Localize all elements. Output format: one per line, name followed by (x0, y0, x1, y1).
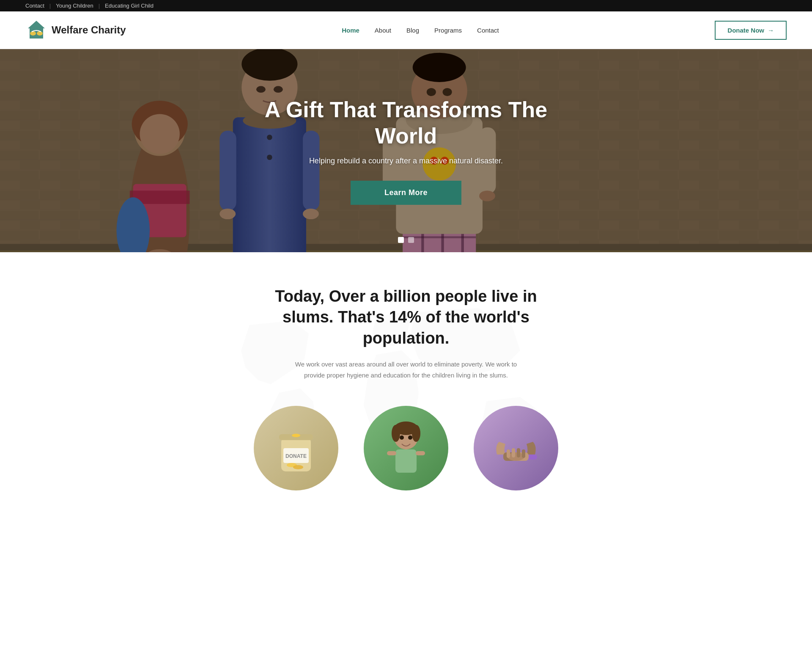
svg-point-58 (292, 434, 300, 437)
topbar-contact-link[interactable]: Contact (25, 3, 44, 9)
card-circle-donate: DONATE (254, 406, 338, 490)
svg-point-65 (400, 435, 404, 440)
cards-row: DONATE (25, 406, 787, 490)
info-title: Today, Over a billion people live in slu… (258, 286, 554, 349)
topbar-sep2: | (99, 3, 100, 9)
card-circle-child (364, 406, 448, 490)
hero-subtitle: Helping rebuild a country after a massiv… (309, 157, 503, 165)
site-header: Welfare Charity Home About Blog Programs… (0, 11, 812, 49)
card-hands (474, 406, 558, 490)
child-icon (381, 421, 431, 476)
topbar-young-children-link[interactable]: Young Children (56, 3, 93, 9)
nav-blog[interactable]: Blog (406, 27, 419, 34)
svg-rect-75 (512, 448, 515, 457)
donate-btn-arrow: → (768, 27, 774, 34)
card-circle-hands (474, 406, 558, 490)
svg-point-1 (30, 31, 36, 36)
learn-more-button[interactable]: Learn More (351, 181, 461, 205)
card-child (364, 406, 448, 490)
hero-content: A Gift That Transforms The World Helping… (0, 49, 812, 252)
svg-rect-74 (507, 449, 510, 458)
nav-contact[interactable]: Contact (477, 27, 499, 34)
svg-point-60 (293, 465, 303, 469)
hero-section: A Gift That Transforms The World Helping… (0, 49, 812, 252)
logo-text: Welfare Charity (52, 24, 126, 36)
donate-btn-label: Donate Now (727, 27, 764, 34)
donate-jar-icon: DONATE (271, 421, 321, 476)
svg-rect-76 (517, 448, 520, 457)
nav-home[interactable]: Home (342, 27, 359, 34)
hero-title: A Gift That Transforms The World (258, 96, 554, 149)
svg-point-64 (412, 425, 420, 442)
hero-dot-2[interactable] (408, 237, 414, 243)
helping-hands-icon (491, 421, 541, 476)
svg-rect-68 (387, 451, 396, 455)
hero-dot-1[interactable] (398, 237, 404, 243)
logo-area[interactable]: Welfare Charity (25, 19, 126, 41)
topbar-educating-link[interactable]: Educating Girl Child (105, 3, 154, 9)
svg-rect-69 (416, 451, 425, 455)
card-donate: DONATE (254, 406, 338, 490)
svg-text:DONATE: DONATE (285, 453, 307, 459)
svg-point-66 (408, 435, 412, 440)
main-nav: Home About Blog Programs Contact (342, 27, 499, 34)
svg-rect-67 (395, 449, 417, 473)
svg-point-63 (392, 425, 400, 442)
donate-now-button[interactable]: Donate Now → (715, 21, 787, 40)
svg-point-2 (37, 31, 43, 36)
top-bar: Contact | Young Children | Educating Gir… (0, 0, 812, 11)
svg-rect-77 (522, 449, 525, 458)
nav-programs[interactable]: Programs (434, 27, 462, 34)
info-section: Today, Over a billion people live in slu… (0, 252, 812, 516)
topbar-sep1: | (49, 3, 51, 9)
hero-dots (398, 237, 414, 243)
svg-marker-0 (28, 21, 45, 39)
info-subtitle: We work over vast areas around all over … (288, 359, 524, 380)
logo-icon (25, 19, 47, 41)
nav-about[interactable]: About (375, 27, 391, 34)
